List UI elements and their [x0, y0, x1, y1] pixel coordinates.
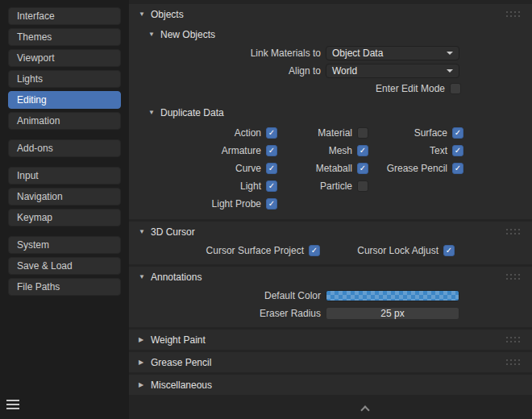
- sidebar-item-save-load[interactable]: Save & Load: [8, 257, 121, 275]
- surface-checkbox[interactable]: [452, 127, 463, 139]
- sidebar-item-label: Input: [17, 170, 39, 181]
- curve-checkbox[interactable]: [266, 163, 277, 174]
- light-probe-checkbox[interactable]: [266, 198, 277, 210]
- cursor-surface-project-label: Cursor Surface Project: [129, 245, 309, 256]
- enter-edit-mode-label: Enter Edit Mode: [129, 83, 450, 94]
- duplicate-item: Grease Pencil: [368, 160, 463, 177]
- enter-edit-mode-row: Enter Edit Mode: [129, 80, 532, 97]
- subpanel-new-objects-header[interactable]: ▼ New Objects: [129, 24, 532, 44]
- material-checkbox[interactable]: [357, 127, 368, 139]
- sidebar-item-label: Interface: [17, 10, 55, 22]
- armature-checkbox[interactable]: [266, 145, 277, 156]
- sidebar-item-editing[interactable]: Editing: [8, 91, 121, 109]
- new-objects-body: Link Materials to Object Data Align to W…: [129, 44, 532, 102]
- metaball-checkbox[interactable]: [357, 163, 368, 174]
- panel-annotations: ▼ Annotations Default Color Eraser Radiu…: [129, 267, 532, 327]
- sidebar-item-lights[interactable]: Lights: [8, 70, 121, 88]
- sidebar-item-keymap[interactable]: Keymap: [8, 209, 121, 226]
- panel-miscellaneous-header[interactable]: ▶ Miscellaneous: [129, 375, 532, 395]
- enter-edit-mode-checkbox[interactable]: [450, 83, 461, 94]
- sidebar-item-label: Editing: [17, 94, 47, 106]
- duplicate-column-1: Action Armature Curve Light Light Probe: [145, 124, 277, 213]
- particle-checkbox[interactable]: [357, 180, 368, 192]
- eraser-radius-field[interactable]: 25 px: [326, 307, 459, 320]
- mesh-checkbox[interactable]: [357, 145, 368, 156]
- light-checkbox[interactable]: [266, 180, 277, 192]
- disclosure-triangle-icon: ▼: [139, 228, 151, 235]
- disclosure-triangle-icon: ▶: [139, 381, 151, 388]
- duplicate-item: Particle: [277, 177, 368, 195]
- duplicate-item: Surface: [368, 124, 463, 142]
- sidebar-item-label: Navigation: [17, 191, 63, 202]
- cursor-options-row: Cursor Surface Project Cursor Lock Adjus…: [129, 242, 532, 259]
- action-checkbox[interactable]: [266, 127, 277, 139]
- sidebar-group-addons: Add-ons: [0, 139, 129, 157]
- cursor-body: Cursor Surface Project Cursor Lock Adjus…: [129, 242, 532, 264]
- duplicate-item: Action: [145, 124, 277, 142]
- sidebar-item-label: Lights: [17, 73, 43, 85]
- link-materials-row: Link Materials to Object Data: [129, 44, 532, 62]
- align-to-label: Align to: [129, 65, 326, 77]
- default-color-swatch[interactable]: [326, 290, 459, 301]
- annotations-body: Default Color Eraser Radius 25 px: [129, 287, 532, 327]
- grease-pencil-checkbox[interactable]: [452, 163, 463, 174]
- duplicate-item: Text: [368, 142, 463, 160]
- sidebar-item-system[interactable]: System: [8, 236, 121, 254]
- sidebar-item-label: Animation: [17, 115, 60, 127]
- link-materials-select[interactable]: Object Data: [326, 46, 459, 60]
- scroll-up-icon[interactable]: [361, 405, 368, 413]
- sidebar-item-themes[interactable]: Themes: [8, 28, 121, 46]
- cursor-surface-project-checkbox[interactable]: [309, 245, 320, 256]
- disclosure-triangle-icon: ▼: [139, 10, 151, 18]
- sidebar-item-label: Keymap: [17, 212, 52, 223]
- text-checkbox[interactable]: [452, 145, 463, 156]
- sidebar-item-label: System: [17, 239, 49, 251]
- subpanel-title: New Objects: [160, 29, 215, 40]
- sidebar-item-interface[interactable]: Interface: [8, 7, 121, 25]
- panel-objects: ▼ Objects ▼ New Objects Link Materials t…: [129, 4, 532, 219]
- eraser-radius-row: Eraser Radius 25 px: [129, 305, 532, 322]
- sidebar-item-label: Add-ons: [17, 143, 53, 154]
- duplicate-item: Metaball: [277, 160, 368, 177]
- preferences-sidebar: Interface Themes Viewport Lights Editing…: [0, 0, 129, 419]
- sidebar-group-input: Input Navigation Keymap: [0, 167, 129, 226]
- sidebar-item-file-paths[interactable]: File Paths: [8, 278, 121, 296]
- subpanel-duplicate-data: ▼ Duplicate Data Action Armature Curve L…: [129, 102, 532, 219]
- link-materials-label: Link Materials to: [129, 48, 326, 59]
- disclosure-triangle-icon: ▶: [139, 359, 151, 366]
- panel-weight-paint-header[interactable]: ▶ Weight Paint: [129, 330, 532, 350]
- panel-drag-handle[interactable]: [506, 11, 521, 18]
- panel-drag-handle[interactable]: [506, 337, 521, 343]
- disclosure-triangle-icon: ▼: [148, 109, 160, 116]
- preferences-window: Interface Themes Viewport Lights Editing…: [0, 0, 532, 419]
- subpanel-title: Duplicate Data: [160, 107, 224, 118]
- panel-annotations-header[interactable]: ▼ Annotations: [129, 267, 532, 287]
- hamburger-menu-button[interactable]: [6, 396, 24, 413]
- panel-title: Miscellaneous: [151, 380, 212, 391]
- sidebar-group-general: Interface Themes Viewport Lights Editing…: [0, 7, 129, 130]
- subpanel-duplicate-data-header[interactable]: ▼ Duplicate Data: [129, 102, 532, 122]
- align-to-select[interactable]: World: [326, 64, 459, 78]
- duplicate-item: Light: [145, 177, 277, 195]
- cursor-lock-adjust-checkbox[interactable]: [443, 245, 455, 256]
- panel-objects-header[interactable]: ▼ Objects: [129, 4, 532, 24]
- default-color-label: Default Color: [129, 290, 326, 301]
- sidebar-item-viewport[interactable]: Viewport: [8, 49, 121, 67]
- panel-title: 3D Cursor: [151, 226, 195, 238]
- panel-grease-pencil: ▶ Grease Pencil: [129, 352, 532, 372]
- panel-miscellaneous: ▶ Miscellaneous: [129, 375, 532, 395]
- panel-drag-handle[interactable]: [506, 359, 521, 366]
- sidebar-item-navigation[interactable]: Navigation: [8, 188, 121, 205]
- subpanel-new-objects: ▼ New Objects Link Materials to Object D…: [129, 24, 532, 102]
- panel-grease-pencil-header[interactable]: ▶ Grease Pencil: [129, 352, 532, 372]
- sidebar-item-animation[interactable]: Animation: [8, 112, 121, 130]
- panel-3d-cursor-header[interactable]: ▼ 3D Cursor: [129, 222, 532, 242]
- chevron-down-icon: [447, 69, 453, 73]
- sidebar-item-input[interactable]: Input: [8, 167, 121, 185]
- panel-drag-handle[interactable]: [506, 229, 521, 235]
- link-materials-value: Object Data: [332, 48, 383, 59]
- panel-3d-cursor: ▼ 3D Cursor Cursor Surface Project Curso…: [129, 222, 532, 264]
- sidebar-item-addons[interactable]: Add-ons: [8, 139, 121, 157]
- panel-drag-handle[interactable]: [506, 274, 521, 280]
- duplicate-data-grid: Action Armature Curve Light Light Probe …: [129, 122, 532, 219]
